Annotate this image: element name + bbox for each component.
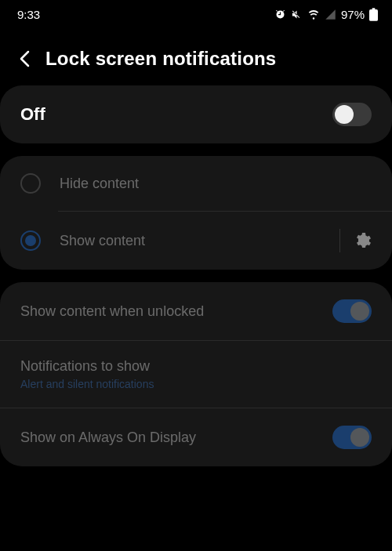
always-on-display-row[interactable]: Show on Always On Display (0, 408, 392, 466)
page-header: Lock screen notifications (0, 26, 392, 85)
notifications-to-show-value: Alert and silent notifications (20, 378, 372, 390)
battery-icon (369, 8, 378, 21)
show-content-label: Show content (60, 233, 339, 249)
signal-icon (325, 9, 336, 20)
notifications-to-show-label: Notifications to show (20, 358, 372, 375)
master-state-label: Off (20, 104, 45, 125)
chevron-left-icon (19, 50, 30, 67)
gear-icon (353, 231, 372, 250)
back-button[interactable] (14, 49, 34, 69)
always-on-display-toggle[interactable] (332, 426, 372, 449)
show-content-row[interactable]: Show content (0, 212, 392, 270)
hide-content-label: Hide content (60, 176, 372, 192)
wifi-icon (307, 9, 320, 20)
battery-percent: 97% (341, 8, 365, 21)
status-bar: 9:33 97% (0, 0, 392, 26)
content-options-card: Hide content Show content (0, 156, 392, 270)
always-on-display-label: Show on Always On Display (20, 430, 332, 446)
alarm-icon (274, 9, 286, 20)
show-when-unlocked-label: Show content when unlocked (20, 303, 332, 320)
settings-card: Show content when unlocked Notifications… (0, 282, 392, 466)
radio-hide[interactable] (20, 173, 41, 194)
show-content-settings-button[interactable] (339, 229, 372, 252)
page-title: Lock screen notifications (45, 48, 276, 70)
status-icons: 97% (274, 8, 378, 21)
master-toggle-row[interactable]: Off (0, 85, 392, 143)
show-when-unlocked-toggle[interactable] (332, 299, 372, 323)
show-when-unlocked-row[interactable]: Show content when unlocked (0, 282, 392, 340)
master-toggle[interactable] (332, 103, 372, 126)
master-toggle-card: Off (0, 85, 392, 143)
status-time: 9:33 (17, 8, 40, 21)
hide-content-row[interactable]: Hide content (0, 156, 392, 211)
notifications-to-show-row[interactable]: Notifications to show Alert and silent n… (0, 340, 392, 408)
radio-show[interactable] (20, 230, 41, 251)
mute-icon (291, 9, 303, 20)
